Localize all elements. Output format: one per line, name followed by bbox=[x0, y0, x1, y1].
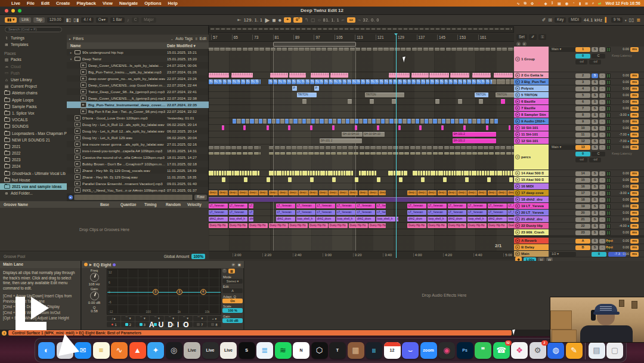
track-header-12-sh-101[interactable]: ▶12 SH-10112S◦-7.00 ◂ms bbox=[514, 138, 644, 144]
clip[interactable] bbox=[354, 152, 358, 155]
dock-finder[interactable]: ◐ bbox=[38, 342, 55, 359]
clip[interactable] bbox=[259, 152, 261, 155]
next-locator-button[interactable]: ▸ bbox=[522, 42, 527, 46]
clip[interactable] bbox=[377, 125, 379, 130]
clip[interactable]: Big bbox=[352, 79, 356, 84]
dock-spotify[interactable]: ≋ bbox=[275, 342, 292, 359]
sidebar-item-push[interactable]: ▭Push bbox=[0, 70, 67, 76]
track-activator[interactable]: ◦ bbox=[599, 211, 605, 216]
clip[interactable] bbox=[438, 152, 443, 155]
play-arm-icon[interactable]: ▶ bbox=[515, 223, 520, 228]
clip[interactable] bbox=[489, 146, 494, 149]
track-number[interactable]: 4 bbox=[575, 87, 590, 91]
play-arm-icon[interactable]: ▶ bbox=[515, 190, 520, 195]
track-lane-7-bazille[interactable] bbox=[209, 105, 514, 112]
filters-expander-icon[interactable]: ▸ bbox=[69, 37, 71, 41]
solo-button[interactable]: S bbox=[592, 204, 598, 209]
dock-waveform-app[interactable]: ||| bbox=[366, 342, 382, 359]
clip[interactable]: loop_shell_h bbox=[428, 217, 447, 222]
clip[interactable] bbox=[472, 152, 477, 155]
clip[interactable]: LT_Yerevan bbox=[276, 210, 295, 215]
clip[interactable]: deep ( bbox=[239, 190, 247, 195]
dock-music-app[interactable]: ∿ bbox=[111, 342, 128, 359]
track-delay-value[interactable]: -4.00 ◂ bbox=[612, 224, 629, 229]
clip[interactable]: deep ( bbox=[329, 190, 338, 195]
file-row[interactable]: Parallel Dance Ensembl...rmanent Vacatio… bbox=[67, 180, 209, 187]
clip[interactable] bbox=[280, 152, 285, 155]
clip[interactable]: Dusty Hip Ho bbox=[309, 223, 328, 228]
clip[interactable] bbox=[305, 48, 309, 51]
clip[interactable] bbox=[314, 152, 319, 155]
solo-button[interactable]: S bbox=[592, 113, 598, 118]
track-lane-6-bazille[interactable] bbox=[209, 99, 514, 105]
clip[interactable]: Dusty Hip Ho bbox=[229, 223, 248, 228]
track-name[interactable]: ▶Polysix bbox=[514, 85, 549, 91]
dock-pencil-app[interactable]: ✎ bbox=[566, 342, 583, 359]
clip[interactable] bbox=[491, 48, 496, 51]
track-number[interactable]: 22 bbox=[575, 224, 590, 229]
sidebar-item-2021-vox-and-sample-ideas[interactable]: 2021 vox and sample ideas bbox=[0, 183, 67, 190]
clip[interactable] bbox=[495, 171, 497, 176]
clip[interactable] bbox=[303, 146, 308, 149]
clip[interactable] bbox=[332, 177, 336, 182]
clip[interactable] bbox=[209, 146, 213, 149]
sidebar-item-add-folder-[interactable]: ⊕Add Folder... bbox=[0, 190, 67, 196]
clip[interactable] bbox=[310, 48, 315, 51]
play-arm-icon[interactable]: ▶ bbox=[515, 79, 520, 84]
play-circle-icon[interactable]: ◉ bbox=[565, 1, 568, 5]
clip[interactable] bbox=[298, 119, 302, 124]
clock-icon[interactable]: ◔ bbox=[572, 1, 575, 5]
track-delay-value[interactable]: 0.00 bbox=[612, 73, 629, 78]
clip[interactable] bbox=[316, 48, 321, 51]
solo-button[interactable]: S bbox=[592, 80, 598, 85]
clip[interactable]: Big bbox=[476, 79, 481, 84]
clip[interactable] bbox=[391, 171, 393, 176]
menu-edit[interactable]: Edit bbox=[41, 1, 49, 6]
clip[interactable] bbox=[466, 152, 471, 155]
clip[interactable]: SH-10 SH-10 bbox=[363, 132, 385, 137]
clip[interactable]: Big bbox=[315, 79, 319, 84]
track-delay-value[interactable]: 0.00 bbox=[612, 171, 629, 176]
file-row[interactable]: Zhané - Hey Mr. Dj 129 Dmaj_vocals.wav11… bbox=[67, 167, 209, 174]
track-number[interactable]: 12 bbox=[575, 139, 590, 144]
clip[interactable]: LT_Yerevan bbox=[229, 210, 248, 215]
clip[interactable] bbox=[406, 171, 407, 176]
clip[interactable] bbox=[438, 146, 443, 149]
delay-unit-toggle[interactable]: ms bbox=[630, 119, 639, 124]
search-icon[interactable]: ⌕ bbox=[592, 1, 594, 5]
dock-launchpad[interactable]: ⊞ bbox=[57, 342, 73, 359]
metronome-button[interactable]: O●▾ bbox=[96, 17, 108, 23]
back-to-arrangement-icon[interactable]: ↰ bbox=[305, 17, 309, 23]
beat-time-ruler[interactable]: 576573818997105113121129137145153161 bbox=[209, 33, 514, 42]
track-delay-value[interactable]: 0.00 bbox=[612, 211, 629, 216]
track-delay-value[interactable]: 0.00 bbox=[612, 217, 629, 222]
track-header-19-lt-yereva[interactable]: ▶19 LT_Yereva19S◦0.00ms bbox=[514, 203, 644, 210]
track-header-9-audio-2024-[interactable]: ▶9 Audio [2024-9S◦0.00ms bbox=[514, 118, 644, 125]
clip[interactable]: Big bbox=[366, 79, 370, 84]
clip[interactable]: LT_Yerevan bbox=[376, 210, 386, 215]
track-delay-value[interactable]: 0.00 bbox=[612, 119, 629, 124]
gear-icon[interactable]: ⚙ bbox=[531, 1, 534, 5]
clip[interactable]: deep ( bbox=[417, 190, 426, 195]
filter-type-select[interactable]: ⌒ ▾ bbox=[121, 316, 135, 321]
clip[interactable] bbox=[441, 125, 444, 130]
clip[interactable] bbox=[233, 119, 236, 124]
track-lane-polysix[interactable]: PP bbox=[209, 85, 514, 92]
track-number[interactable]: 7 bbox=[575, 106, 590, 111]
loop-brace[interactable] bbox=[273, 42, 357, 47]
clip[interactable] bbox=[292, 146, 296, 149]
clip[interactable] bbox=[234, 171, 237, 176]
adaptq-toggle[interactable]: On bbox=[222, 299, 243, 303]
clip[interactable] bbox=[259, 48, 264, 51]
clip[interactable] bbox=[271, 171, 274, 176]
clip[interactable] bbox=[474, 171, 476, 176]
track-header-11-sh-101[interactable]: ▶11 SH-10111S◦-7.00 ◂ms bbox=[514, 131, 644, 138]
clip[interactable] bbox=[237, 146, 242, 149]
track-name[interactable]: ▶12 SH-101 bbox=[514, 138, 549, 144]
clip[interactable] bbox=[327, 48, 332, 51]
play-arm-icon[interactable]: ▶ bbox=[515, 86, 520, 91]
track-name[interactable]: ▶16 MIDI bbox=[514, 183, 549, 189]
clip[interactable] bbox=[237, 152, 242, 155]
clip[interactable] bbox=[297, 152, 302, 155]
clip[interactable] bbox=[311, 73, 329, 78]
